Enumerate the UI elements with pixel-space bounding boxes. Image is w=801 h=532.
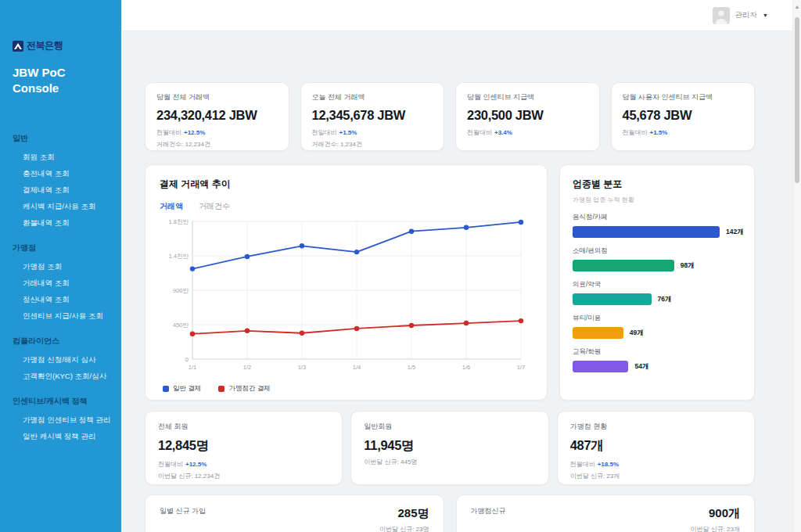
sidebar-item[interactable]: 거래내역 조회 bbox=[13, 275, 121, 292]
console-title-line1: JBW PoC bbox=[13, 65, 121, 81]
kpi-card: 당월 사용자 인센티브 지급액45,678 JBW전월대비+1.5% bbox=[611, 82, 756, 151]
svg-text:1/4: 1/4 bbox=[353, 364, 361, 371]
kpi-compare: 전월대비+3.4% bbox=[467, 128, 588, 137]
nav-section: 가맹점가맹점 조회거래내역 조회정산내역 조회인센티브 지급/사용 조회 bbox=[13, 243, 121, 325]
sidebar-item[interactable]: 회원 조회 bbox=[13, 149, 121, 166]
member-extra: 이번달 신규: 445명 bbox=[364, 458, 535, 466]
sidebar-item[interactable]: 정산내역 조회 bbox=[13, 292, 121, 308]
bottom-stat-right: 285명이번달 신규: 23명 bbox=[379, 506, 429, 532]
kpi-value: 230,500 JBW bbox=[467, 108, 588, 123]
scrollbar-track[interactable]: ▲ bbox=[792, 0, 801, 532]
trend-chart-tabs: 거래액 거래건수 bbox=[160, 201, 533, 212]
legend-item: 일반 결제 bbox=[163, 384, 201, 394]
nav-section-label: 가맹점 bbox=[13, 243, 121, 253]
sidebar: 전북은행 JBW PoC Console 일반회원 조회충전내역 조회결제내역 … bbox=[0, 0, 121, 532]
kpi-compare-value: +12.5% bbox=[184, 129, 205, 136]
industry-bar-count: 49개 bbox=[630, 329, 644, 338]
kpi-title: 당월 사용자 인센티브 지급액 bbox=[623, 92, 744, 102]
scroll-up-icon[interactable]: ▲ bbox=[793, 0, 801, 9]
trend-chart-title: 결제 거래액 추이 bbox=[160, 178, 533, 191]
member-value: 487개 bbox=[570, 437, 742, 455]
kpi-compare: 전월대비+12.5% bbox=[156, 128, 278, 137]
chevron-down-icon: ▼ bbox=[763, 13, 768, 18]
topbar: 관리자 ▼ bbox=[121, 0, 801, 31]
industry-bar-count: 76개 bbox=[658, 295, 672, 304]
legend-swatch bbox=[218, 386, 224, 392]
nav-section: 일반회원 조회충전내역 조회결제내역 조회캐시백 지급/사용 조회환불내역 조회 bbox=[13, 133, 121, 232]
industry-distribution-title: 업종별 분포 bbox=[573, 178, 742, 191]
industry-bar-count: 54개 bbox=[634, 362, 648, 372]
industry-bar bbox=[573, 226, 720, 238]
industry-distribution-card: 업종별 분포 가맹점 업종 누적 현황 음식점/카페142개소매/편의점98개의… bbox=[559, 164, 755, 401]
sidebar-item[interactable]: 고객확인(KYC) 조회/심사 bbox=[13, 368, 121, 385]
legend-swatch bbox=[163, 386, 169, 392]
tab-count[interactable]: 거래건수 bbox=[199, 201, 230, 212]
member-title: 일반회원 bbox=[364, 422, 535, 432]
sidebar-item[interactable]: 캐시백 지급/사용 조회 bbox=[13, 199, 121, 215]
member-title: 전체 회원 bbox=[158, 422, 329, 432]
sidebar-item[interactable]: 가맹점 신청/해지 심사 bbox=[13, 352, 121, 368]
industry-bar bbox=[573, 260, 674, 271]
nav-section-label: 인센티브/캐시백 정책 bbox=[13, 396, 121, 407]
sidebar-item[interactable]: 가맹점 인센티브 정책 관리 bbox=[13, 412, 121, 429]
legend-item: 가맹점간 결제 bbox=[218, 384, 270, 394]
kpi-compare: 전일대비+1.5% bbox=[312, 128, 433, 137]
svg-text:0: 0 bbox=[185, 356, 189, 363]
sidebar-item[interactable]: 환불내역 조회 bbox=[13, 215, 121, 232]
member-card: 가맹점 현황487개전월대비+18.5%이번달 신규: 23개 bbox=[557, 411, 755, 485]
kpi-card: 오늘 전체 거래액12,345,678 JBW전일대비+1.5%거래건수: 1,… bbox=[300, 82, 445, 151]
kpi-extra: 거래건수: 1,234건 bbox=[312, 140, 433, 149]
industry-bar-group: 뷰티/미용49개 bbox=[573, 314, 742, 339]
industry-bar-count: 98개 bbox=[681, 261, 695, 271]
scrollbar-thumb[interactable] bbox=[795, 17, 799, 183]
sidebar-item[interactable]: 가맹점 조회 bbox=[13, 259, 121, 275]
industry-bar-label: 뷰티/미용 bbox=[573, 314, 742, 323]
kpi-title: 당월 전체 거래액 bbox=[156, 92, 278, 102]
bottom-stat-value: 285명 bbox=[379, 506, 429, 521]
user-menu[interactable]: 관리자 ▼ bbox=[713, 7, 768, 24]
bottom-row: 일별 신규 가입285명이번달 신규: 23명가맹점신규900개이번달 신규: … bbox=[145, 494, 755, 532]
industry-bar-list: 음식점/카페142개소매/편의점98개의료/약국76개뷰티/미용49개교육/학원… bbox=[573, 213, 742, 372]
tab-amount[interactable]: 거래액 bbox=[160, 201, 183, 212]
bottom-stat-title: 일별 신규 가입 bbox=[160, 506, 206, 516]
member-extra: 이번달 신규: 23개 bbox=[570, 472, 742, 480]
member-card: 일반회원11,945명이번달 신규: 445명 bbox=[350, 411, 548, 485]
sidebar-item[interactable]: 인센티브 지급/사용 조회 bbox=[13, 308, 121, 325]
sidebar-item[interactable]: 일반 캐시백 정책 관리 bbox=[13, 429, 121, 445]
bottom-stat-card: 가맹점신규900개이번달 신규: 23개 bbox=[456, 494, 756, 532]
svg-text:1.8천만: 1.8천만 bbox=[169, 218, 189, 225]
industry-bar bbox=[573, 361, 628, 372]
kpi-card: 당월 전체 거래액234,320,412 JBW전월대비+12.5%거래건수: … bbox=[145, 82, 289, 151]
svg-text:1/2: 1/2 bbox=[243, 364, 251, 371]
sidebar-nav: 일반회원 조회충전내역 조회결제내역 조회캐시백 지급/사용 조회환불내역 조회… bbox=[13, 133, 121, 445]
member-value: 11,945명 bbox=[364, 437, 535, 455]
industry-bar-group: 음식점/카페142개 bbox=[573, 213, 742, 238]
kpi-value: 45,678 JBW bbox=[623, 108, 744, 123]
industry-bar-group: 소매/편의점98개 bbox=[573, 246, 742, 271]
svg-text:1/1: 1/1 bbox=[189, 364, 196, 371]
sidebar-item[interactable]: 결제내역 조회 bbox=[13, 182, 121, 199]
industry-bar-group: 교육/학원54개 bbox=[573, 347, 742, 372]
member-value: 12,845명 bbox=[158, 437, 329, 455]
member-compare: 전월대비+12.5% bbox=[158, 460, 329, 469]
svg-text:1/3: 1/3 bbox=[298, 364, 306, 371]
kpi-compare-value: +1.5% bbox=[339, 129, 357, 136]
kpi-value: 12,345,678 JBW bbox=[312, 108, 433, 123]
industry-distribution-subtitle: 가맹점 업종 누적 현황 bbox=[573, 196, 742, 204]
sidebar-item[interactable]: 충전내역 조회 bbox=[13, 166, 121, 182]
industry-bar-row: 98개 bbox=[573, 260, 742, 271]
nav-section-label: 컴플라이언스 bbox=[13, 336, 121, 347]
user-name: 관리자 bbox=[735, 10, 758, 20]
main-content: 당월 전체 거래액234,320,412 JBW전월대비+12.5%거래건수: … bbox=[121, 31, 801, 532]
member-title: 가맹점 현황 bbox=[570, 422, 742, 432]
bottom-stat-extra: 이번달 신규: 23명 bbox=[379, 525, 429, 532]
kpi-card: 당월 인센티브 지급액230,500 JBW전월대비+3.4% bbox=[455, 82, 600, 151]
industry-bar-group: 의료/약국76개 bbox=[573, 280, 742, 305]
kpi-row: 당월 전체 거래액234,320,412 JBW전월대비+12.5%거래건수: … bbox=[145, 82, 755, 151]
member-compare-value: +12.5% bbox=[185, 461, 207, 468]
industry-bar-label: 음식점/카페 bbox=[573, 213, 742, 222]
svg-text:1/7: 1/7 bbox=[517, 364, 525, 371]
industry-bar-label: 교육/학원 bbox=[573, 347, 742, 357]
kpi-extra: 거래건수: 12,234건 bbox=[156, 140, 278, 149]
trend-line-chart: 0450만900만1.4천만1.8천만1/11/21/31/41/51/61/7 bbox=[160, 212, 534, 378]
